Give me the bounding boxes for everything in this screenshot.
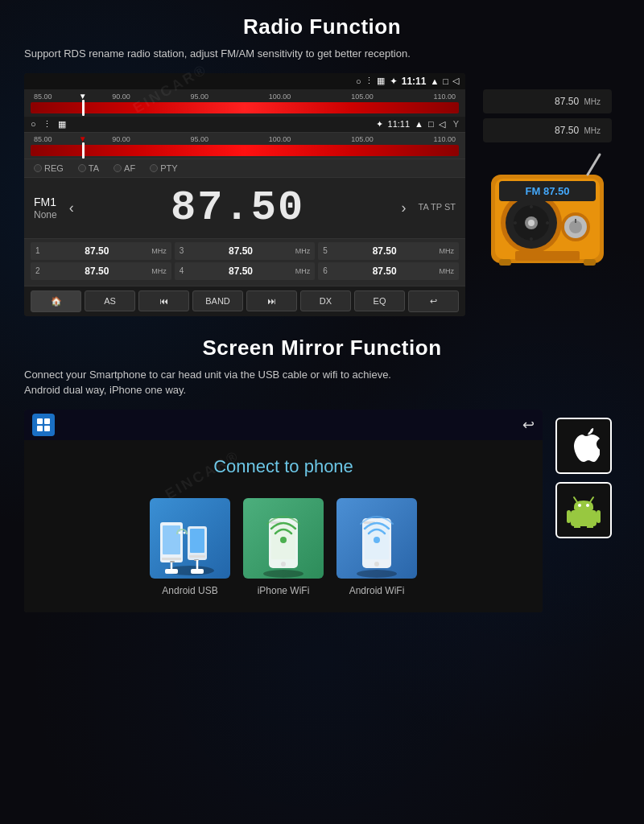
freq-needle-2: [82, 142, 85, 159]
connect-android-usb[interactable]: Android USB: [150, 498, 230, 596]
toggle-dot-pty: [150, 164, 158, 172]
svg-point-9: [530, 205, 533, 208]
preset-3[interactable]: 3 87.50 MHz: [175, 242, 316, 260]
radio-screen: ○ ⋮ ▦ ✦ 11:11 ▲ □ ◁ 85.00: [24, 73, 465, 316]
preset-row-1: 1 87.50 MHz 3 87.50 MHz 5 87.50 MHz: [31, 242, 459, 260]
inner-back-icon: ◁: [439, 119, 445, 130]
svg-rect-60: [587, 525, 593, 528]
freq-95: 95.00: [191, 93, 209, 101]
svg-rect-18: [515, 251, 580, 261]
y-label: Y: [453, 119, 459, 129]
mirror-logo: [32, 414, 55, 436]
mirror-section: Screen Mirror Function Connect your Smar…: [0, 324, 644, 620]
svg-point-46: [357, 570, 397, 578]
svg-point-54: [578, 504, 581, 507]
android-usb-label: Android USB: [162, 585, 217, 596]
radio-image-wrap: 87.50 MHz 87.50 MHz: [475, 73, 620, 282]
svg-line-17: [588, 154, 600, 175]
connect-options: Android USB: [24, 490, 543, 612]
connect-iphone-wifi[interactable]: iPhone WiFi: [243, 498, 324, 596]
toggle-pty[interactable]: PTY: [150, 163, 177, 173]
svg-rect-56: [571, 510, 597, 526]
svg-point-44: [281, 562, 286, 566]
apple-logo-icon: [568, 428, 600, 464]
inner-right-info: ✦ 11:11 ▲ □ ◁ Y: [376, 119, 459, 130]
prev-btn[interactable]: ⏮: [138, 290, 189, 311]
preset-6[interactable]: 6 87.50 MHz: [318, 262, 459, 280]
svg-rect-20: [584, 259, 596, 266]
toggle-af[interactable]: AF: [114, 163, 135, 173]
as-btn[interactable]: AS: [85, 290, 135, 311]
connect-phone-heading: Connect to phone: [24, 440, 543, 490]
svg-rect-58: [597, 510, 601, 523]
inner-time: 11:11: [388, 119, 411, 129]
radio-desc: Support RDS rename radio station, adjust…: [24, 46, 620, 62]
bluetooth-icon: ✦: [390, 76, 398, 87]
mirror-content-row: ↩ Connect to phone: [24, 410, 620, 612]
freq-needle-1: [82, 100, 85, 116]
dx-btn[interactable]: DX: [300, 290, 351, 311]
signal-icon: ▲: [430, 76, 439, 86]
freq-numbers-top-2: 85.00 90.00 95.00 100.00 105.00 110.00: [31, 135, 459, 143]
svg-rect-19: [499, 259, 511, 266]
svg-point-10: [530, 237, 533, 241]
back-btn[interactable]: ↩: [408, 290, 459, 312]
android-wifi-label: Android WiFi: [349, 585, 405, 596]
freq-numbers-top: 85.00 90.00 95.00 100.00 105.00 110.00: [31, 93, 459, 101]
android-icon-box: [555, 482, 612, 538]
svg-point-7: [514, 221, 517, 225]
side-freq-1: 87.50 MHz: [483, 89, 612, 113]
freq-next-btn[interactable]: ›: [398, 200, 411, 216]
inner-window-icon: □: [428, 119, 434, 129]
statusbar-right: ✦ 11:11 ▲ □ ◁: [390, 76, 459, 87]
radio-toggles: REG TA AF PTY: [24, 159, 465, 178]
freq-prev-btn[interactable]: ‹: [65, 200, 78, 216]
band-btn[interactable]: BAND: [192, 290, 243, 311]
radio-statusbar: ○ ⋮ ▦ ✦ 11:11 ▲ □ ◁: [24, 73, 465, 89]
freq-track-1[interactable]: [31, 102, 459, 113]
side-freq-val-2: 87.50: [555, 125, 579, 136]
next-btn[interactable]: ⏭: [246, 290, 297, 311]
preset-5[interactable]: 5 87.50 MHz: [318, 242, 459, 260]
preset-1[interactable]: 1 87.50 MHz: [31, 242, 171, 260]
freq-track-2[interactable]: [31, 145, 459, 156]
svg-point-45: [280, 537, 287, 543]
android-usb-icon-box: [150, 498, 230, 579]
back-arrow-icon[interactable]: ↩: [522, 416, 535, 434]
apple-icon-box: [555, 418, 612, 474]
preset-4[interactable]: 4 87.50 MHz: [175, 262, 316, 280]
svg-point-8: [546, 221, 549, 225]
image-icon: ▦: [377, 76, 385, 86]
home-btn[interactable]: 🏠: [31, 290, 81, 312]
freq-slider-2[interactable]: 85.00 90.00 95.00 100.00 105.00 110.00: [24, 133, 465, 159]
inner-img-icon: ▦: [58, 119, 66, 130]
svg-rect-31: [190, 529, 204, 553]
svg-line-52: [574, 497, 577, 502]
radio-content-row: ○ ⋮ ▦ ✦ 11:11 ▲ □ ◁ 85.00: [24, 73, 620, 316]
radio-controls: 🏠 AS ⏮ BAND ⏭ DX EQ ↩: [24, 286, 465, 316]
radio-illustration: FM 87.50: [483, 150, 612, 279]
freq-slider-1[interactable]: 85.00 90.00 95.00 100.00 105.00 110.00: [24, 89, 465, 117]
svg-line-53: [590, 497, 593, 502]
android-wifi-icon-box: [336, 498, 417, 579]
svg-point-40: [263, 570, 303, 578]
side-mhz-2: MHz: [584, 126, 601, 135]
side-freq-2: 87.50 MHz: [483, 118, 612, 142]
svg-rect-32: [189, 555, 205, 558]
toggle-ta[interactable]: TA: [78, 163, 99, 173]
connect-android-wifi[interactable]: Android WiFi: [336, 498, 417, 596]
svg-point-55: [586, 504, 589, 507]
dots-icon: ⋮: [365, 76, 374, 86]
fm-info: FM1 None: [34, 195, 57, 220]
svg-rect-23: [37, 426, 43, 431]
mirror-statusbar: ↩: [24, 410, 543, 440]
radio-side-container: 87.50 MHz 87.50 MHz: [483, 89, 612, 282]
svg-rect-24: [44, 426, 50, 431]
eq-btn[interactable]: EQ: [354, 290, 405, 311]
side-mhz-1: MHz: [584, 97, 601, 106]
svg-point-38: [179, 531, 181, 534]
mirror-screen: ↩ Connect to phone: [24, 410, 543, 612]
toggle-reg[interactable]: REG: [34, 163, 64, 173]
svg-point-51: [374, 537, 380, 543]
preset-2[interactable]: 2 87.50 MHz: [31, 262, 171, 280]
